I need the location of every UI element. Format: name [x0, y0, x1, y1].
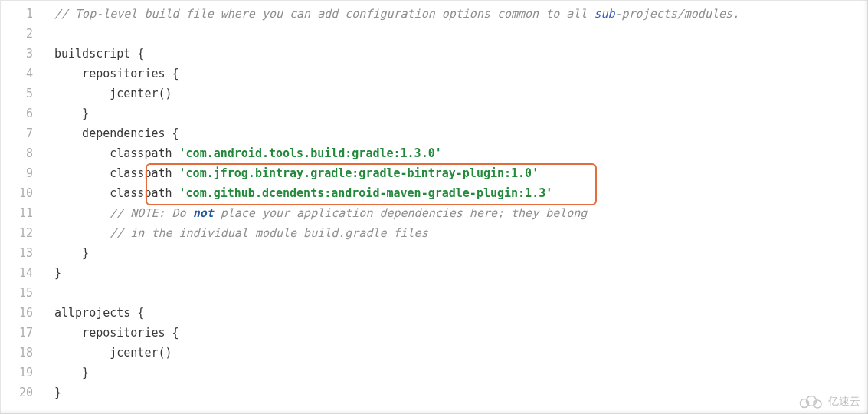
- code-token: classpath: [54, 166, 179, 180]
- line-number: 5: [1, 84, 44, 104]
- code-token: classpath: [54, 186, 179, 200]
- line-number: 9: [1, 163, 44, 183]
- code-line: // NOTE: Do not place your application d…: [44, 203, 867, 223]
- code-area[interactable]: // Top-level build file where you can ad…: [44, 1, 867, 413]
- code-token: }: [54, 366, 89, 380]
- watermark: 亿速云: [798, 394, 860, 409]
- code-line: }: [44, 263, 867, 283]
- code-line: buildscript {: [44, 44, 867, 64]
- line-number-gutter: 1234567891011121314151617181920: [1, 1, 44, 413]
- code-line: allprojects {: [44, 303, 867, 323]
- line-number: 7: [1, 123, 44, 143]
- code-token: allprojects {: [54, 306, 144, 320]
- line-number: 15: [1, 283, 44, 303]
- code-line: // Top-level build file where you can ad…: [44, 4, 867, 24]
- code-line: classpath 'com.github.dcendents:android-…: [44, 183, 867, 203]
- code-token: 'com.jfrog.bintray.gradle:gradle-bintray…: [179, 166, 539, 180]
- line-number: 17: [1, 323, 44, 343]
- code-line: }: [44, 104, 867, 123]
- code-line: }: [44, 383, 867, 402]
- code-token: repositories {: [54, 326, 179, 340]
- code-token: buildscript {: [54, 47, 144, 61]
- code-token: jcenter(): [54, 87, 172, 100]
- line-number: 11: [1, 203, 44, 223]
- svg-point-3: [806, 401, 808, 403]
- code-line: repositories {: [44, 64, 867, 84]
- line-number: 6: [1, 104, 44, 123]
- code-token: // in the individual module build.gradle…: [54, 226, 428, 240]
- code-token: 'com.android.tools.build:gradle:1.3.0': [179, 146, 442, 160]
- code-line: [44, 24, 867, 44]
- line-number: 10: [1, 183, 44, 203]
- code-token: jcenter(): [54, 346, 172, 360]
- code-token: }: [54, 246, 89, 260]
- watermark-text: 亿速云: [828, 395, 860, 409]
- line-number: 3: [1, 44, 44, 64]
- code-line: }: [44, 363, 867, 383]
- code-token: // Top-level build file where you can ad…: [54, 7, 594, 21]
- code-token: dependencies {: [54, 127, 179, 140]
- code-token: }: [54, 266, 61, 280]
- line-number: 18: [1, 343, 44, 363]
- code-token: not: [193, 206, 214, 220]
- line-number: 13: [1, 243, 44, 263]
- code-token: place your application dependencies here…: [214, 206, 588, 220]
- line-number: 1: [1, 4, 44, 24]
- code-line: repositories {: [44, 323, 867, 343]
- line-number: 19: [1, 363, 44, 383]
- line-number: 20: [1, 383, 44, 402]
- code-line: }: [44, 243, 867, 263]
- code-line: jcenter(): [44, 343, 867, 363]
- svg-point-4: [813, 400, 815, 402]
- line-number: 8: [1, 143, 44, 163]
- cloud-icon: [798, 394, 824, 409]
- line-number: 16: [1, 303, 44, 323]
- line-number: 14: [1, 263, 44, 283]
- code-line: dependencies {: [44, 123, 867, 143]
- code-token: sub: [594, 7, 614, 21]
- code-token: -projects/modules.: [615, 7, 740, 21]
- line-number: 2: [1, 24, 44, 44]
- code-token: 'com.github.dcendents:android-maven-grad…: [179, 186, 553, 200]
- code-line: jcenter(): [44, 84, 867, 104]
- code-token: }: [54, 107, 89, 120]
- code-line: [44, 283, 867, 303]
- code-token: }: [54, 386, 61, 399]
- code-line: // in the individual module build.gradle…: [44, 223, 867, 243]
- code-token: repositories {: [54, 67, 179, 80]
- code-token: classpath: [54, 146, 179, 160]
- code-lines: // Top-level build file where you can ad…: [44, 4, 867, 402]
- code-token: // NOTE: Do: [54, 206, 193, 220]
- line-number: 4: [1, 64, 44, 84]
- code-line: classpath 'com.android.tools.build:gradl…: [44, 143, 867, 163]
- line-number: 12: [1, 223, 44, 243]
- code-line: classpath 'com.jfrog.bintray.gradle:grad…: [44, 163, 867, 183]
- code-editor[interactable]: 1234567891011121314151617181920 // Top-l…: [0, 0, 868, 414]
